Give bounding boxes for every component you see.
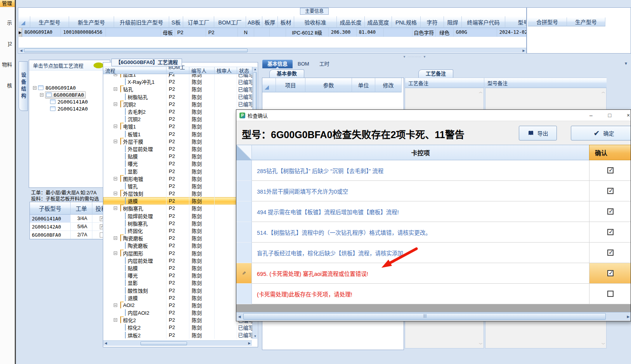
tab-device-structure[interactable]: 设备结构 <box>19 61 28 111</box>
confirm-button[interactable]: ✔ 确定 <box>571 126 631 140</box>
column-header[interactable]: 阻焊 <box>444 16 462 28</box>
collapse-icon[interactable] <box>114 206 117 210</box>
check-item-row[interactable]: 285钻孔【树脂钻孔】” 后缺少 “沉铜【去毛刺】” 流程 <box>236 160 631 181</box>
column-header[interactable]: BOM工厂 <box>166 67 189 74</box>
row-header-cell[interactable] <box>236 181 252 201</box>
select-all-cell[interactable] <box>19 16 30 28</box>
comment-bubble-icon[interactable] <box>94 62 104 68</box>
flow-row[interactable]: 内层图形 P2 陈剑 已编写 <box>103 250 252 257</box>
collapse-icon[interactable] <box>114 251 117 255</box>
minimize-button[interactable]: – <box>585 111 597 119</box>
tab-main-info[interactable]: 主要信息 <box>300 8 329 15</box>
tab-process-flow[interactable]: 【6G00G0BFA0】工艺流程 <box>111 59 182 66</box>
flow-row[interactable]: 板镀1 P2 陈剑 已编写 <box>103 130 252 138</box>
column-header[interactable]: 编写人 <box>189 67 215 74</box>
collapse-icon[interactable] <box>114 74 117 76</box>
flow-row[interactable]: 终固化 P2 陈剑 已编写 <box>103 227 252 234</box>
scroll-up-icon[interactable]: ︿ <box>479 89 482 94</box>
column-header[interactable]: PNL规格 <box>392 16 421 28</box>
flow-row[interactable]: 阻焊前处理 P2 陈剑 已编写 <box>103 212 252 220</box>
column-header[interactable]: BOM工厂 <box>214 16 246 28</box>
dialog-hscrollbar[interactable]: ◀ ▶ <box>236 312 631 321</box>
subboard-row[interactable]: 6G00G0BFA0 2/7A <box>30 231 110 239</box>
scroll-left-icon[interactable]: ◀ <box>103 341 108 346</box>
row-header-cell[interactable] <box>236 222 252 243</box>
flow-row[interactable]: 镀孔 P2 陈剑 已编写 <box>103 182 252 190</box>
flow-row[interactable]: 酸性蚀刻 P2 陈剑 已编写 <box>103 286 252 294</box>
left-nav-item[interactable]: ]2 <box>0 40 15 47</box>
scroll-down-icon[interactable]: ﹀ <box>602 342 605 347</box>
tab-process-remark[interactable]: 工艺备注 <box>418 69 453 78</box>
flow-row[interactable]: 沉铜2 P2 陈剑 已编写 <box>103 115 252 123</box>
main-table-row[interactable]: ▶ 8G00G09IA010010800086456母板P2P2NIPC-601… <box>19 28 526 37</box>
checkbox-icon[interactable] <box>607 229 614 235</box>
column-header[interactable]: 状态 <box>237 67 252 74</box>
column-header[interactable]: 核审人 <box>215 67 237 74</box>
flow-row[interactable]: 层压1 P2 陈剑 已编写 <box>103 74 252 78</box>
confirm-cell[interactable] <box>589 284 631 304</box>
flow-row[interactable]: 显影 P2 陈剑 已编写 <box>103 279 252 286</box>
collapse-icon[interactable] <box>114 140 117 143</box>
flow-row[interactable]: 陶瓷磨板 P2 陈剑 已编写 <box>103 234 252 242</box>
row-header-cell[interactable]: ✎ <box>236 263 252 284</box>
scroll-thumb[interactable] <box>140 341 187 345</box>
tree-node-selected[interactable]: 6G00G0BFA0 <box>40 91 86 98</box>
collapse-icon[interactable] <box>114 192 117 195</box>
confirm-cell[interactable] <box>589 243 631 263</box>
collapse-icon[interactable] <box>40 93 43 97</box>
check-item-row[interactable]: 514.【树脂钻孔】流程中的（一次钻孔程序）格式填错，请核实更改。 <box>236 222 631 243</box>
checkbox-icon[interactable] <box>607 250 614 256</box>
scroll-left-icon[interactable]: ◀ <box>236 312 243 321</box>
dialog-titlebar[interactable]: P 检查确认 <box>236 110 631 121</box>
check-item-row[interactable]: ✎ 695. (卡死需处理) 塞孔aoi漏流程或位置错误! <box>236 263 631 284</box>
flow-row[interactable]: 贴膜 P2 陈剑 已编写 <box>103 264 252 272</box>
checkbox-icon[interactable] <box>607 167 614 173</box>
collapse-icon[interactable] <box>114 125 117 128</box>
collapse-icon[interactable] <box>114 177 117 180</box>
column-header[interactable]: 验收标准 <box>294 16 337 28</box>
flow-row[interactable]: 显影 P2 陈剑 已编写 <box>103 167 252 175</box>
column-header[interactable]: 型号创建时间 <box>505 16 526 28</box>
flow-row[interactable]: 烘板2 P2 陈剑 已编写 <box>103 331 252 339</box>
flow-row[interactable]: 外层前处理 P2 陈剑 已编写 <box>103 145 252 153</box>
scroll-right-icon[interactable]: ▶ <box>521 48 526 53</box>
collapse-icon[interactable] <box>114 318 117 322</box>
column-header[interactable]: 参数 <box>305 78 352 92</box>
left-nav-item[interactable]: 示 <box>0 19 15 26</box>
flow-row[interactable]: 树脂塞孔 P2 陈剑 已编写 <box>103 205 252 212</box>
column-header[interactable]: 生产型号 <box>30 16 69 28</box>
tree-node-root[interactable]: 8G00G09IA0 <box>33 84 76 91</box>
scroll-thumb[interactable] <box>24 49 248 52</box>
row-header-cell[interactable] <box>236 243 252 263</box>
scroll-down-icon[interactable]: ▼ <box>253 334 258 339</box>
column-header[interactable]: 终端客户代码 <box>462 16 505 28</box>
check-item-row[interactable]: (卡死需处理)此板存在卡死项，请处理! <box>236 284 631 304</box>
confirm-cell[interactable] <box>589 222 631 243</box>
flow-row[interactable]: 去毛刺2 P2 陈剑 已编写 <box>103 108 252 115</box>
check-item-row[interactable]: 381外层干膜间距填写不允许为0或空 <box>236 181 631 201</box>
collapse-icon[interactable] <box>114 87 117 91</box>
flow-row[interactable]: 钻孔 P2 陈剑 已编写 <box>103 85 252 93</box>
select-all-cell[interactable] <box>236 145 252 160</box>
checkbox-icon[interactable] <box>607 188 614 194</box>
flow-row[interactable]: 退膜 P2 陈剑 已编写 <box>103 197 252 205</box>
scroll-up-icon[interactable]: ▲ <box>253 67 258 72</box>
export-button[interactable]: 导出 <box>519 126 557 140</box>
left-nav-item[interactable]: 核 <box>0 82 15 89</box>
column-header[interactable]: 订单工厂 <box>183 16 214 28</box>
confirm-cell[interactable] <box>589 160 631 181</box>
flow-row[interactable]: 退膜 P2 陈剑 已编写 <box>103 294 252 302</box>
scroll-left-icon[interactable]: ◀ <box>19 48 24 53</box>
left-nav-item[interactable]: 管理 <box>0 0 15 7</box>
flow-row[interactable]: 图形电镀 P2 陈剑 已编写 <box>103 175 252 182</box>
collapse-icon[interactable] <box>33 86 36 90</box>
row-header-cell[interactable] <box>236 284 252 304</box>
tab-worktime[interactable]: 工时 <box>314 60 335 68</box>
column-header[interactable]: 新生产型号 <box>69 16 114 28</box>
row-header-cell[interactable] <box>236 160 252 181</box>
tree-node-child[interactable]: 2G00G142A0 <box>50 105 88 112</box>
column-header[interactable]: S板 <box>169 16 183 28</box>
column-header[interactable]: 项目 <box>276 78 305 92</box>
flow-row[interactable]: 贴膜 P2 陈剑 已编写 <box>103 153 252 160</box>
select-all-cell[interactable] <box>262 78 276 92</box>
